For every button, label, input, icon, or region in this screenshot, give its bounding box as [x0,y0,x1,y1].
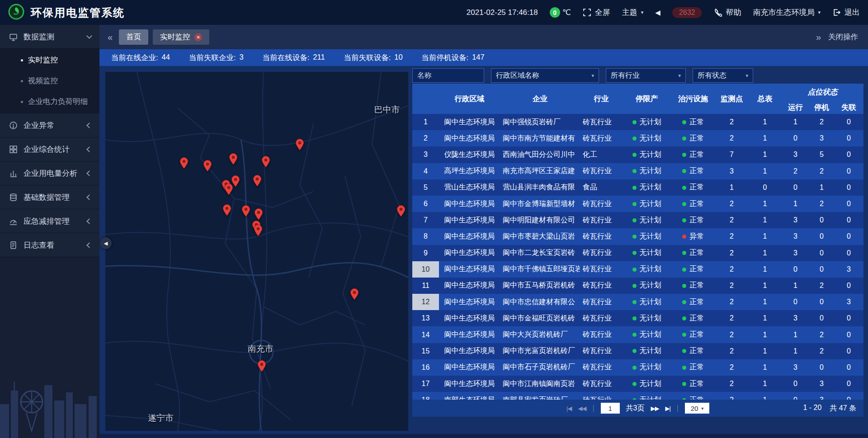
cell-index: 9 [412,245,439,261]
table-row[interactable]: 11阆中生态环境局阆中市五马桥页岩机砖砖瓦行业无计划正常21120 [412,278,863,294]
page-number-input[interactable] [601,403,620,414]
map-pin[interactable] [261,155,270,170]
status-dot [632,153,637,157]
cell-facility-status: 正常 [671,212,715,228]
col-region: 行政区域 [439,84,500,114]
table-row[interactable]: 18南部生态环境局南部县宏发页岩砖厂砖瓦行业无计划正常21030 [412,392,863,400]
industry-filter-select[interactable]: 所有行业 ▾ [606,68,686,83]
total-pages-label: 共3页 [626,404,645,413]
theme-dropdown[interactable]: 主题 ▾ [622,7,644,18]
map-pin[interactable] [229,153,238,167]
cell-company: 阆中市南方节能建材有 [500,130,580,146]
map-pin[interactable] [241,205,250,219]
cell-index: 12 [412,294,439,310]
cell-limit-status: 无计划 [623,146,671,163]
sidebar-item-enterprise-stats[interactable]: 企业综合统计 [0,137,99,161]
map-pin[interactable] [253,174,262,188]
sidebar-item-enterprise-abnormal[interactable]: 企业异常 [0,113,99,137]
chevron-down-icon: ▾ [641,9,644,15]
map-pin[interactable] [396,205,406,219]
map-pin[interactable] [222,204,231,218]
last-page-button[interactable]: ▶| [665,405,670,412]
status-dot [682,382,686,386]
cell-company: 阆中市石子页岩机砖厂 [500,359,580,376]
stat-value: 3 [240,53,244,63]
cell-industry: 砖瓦行业 [580,294,623,310]
map-pin[interactable] [257,360,266,374]
sidebar-item-realtime-monitor[interactable]: 实时监控 [0,50,99,71]
monitor-icon [9,33,18,41]
sidebar-item-emergency-reduction[interactable]: 应急减排管理 [0,209,99,233]
sidebar-item-base-data[interactable]: 基础数据管理 [0,185,99,209]
log-icon [9,241,18,250]
logout-button[interactable]: 退出 [832,7,860,18]
page-size-select[interactable]: 20 ▾ [685,403,709,414]
total-count-label: 共 47 条 [830,404,856,413]
table-row[interactable]: 12阆中生态环境局阆中市忠信建材有限公砖瓦行业无计划正常21003 [412,294,863,310]
sidebar-item-log-view[interactable]: 日志查看 [0,233,99,257]
help-button[interactable]: 帮助 [713,7,741,18]
next-page-button[interactable]: ▶▶ [651,405,659,412]
cell-points: 2 [715,228,748,245]
map-pin[interactable] [350,288,359,302]
fullscreen-button[interactable]: 全屏 [583,7,610,18]
table-row[interactable]: 5营山生态环境局营山县润丰肉食品有限食品无计划正常10010 [412,179,863,196]
reduce-icon [9,217,18,226]
map-pin[interactable] [224,183,233,197]
cell-run: 1 [782,278,809,294]
notice-count-badge[interactable]: 2632 [672,7,702,18]
sidebar-item-data-monitoring[interactable]: 数据监测 [0,25,99,49]
cell-limit-status: 无计划 [623,228,671,245]
tab-realtime-monitor[interactable]: 实时监控✕ [153,29,209,45]
status-filter-select[interactable]: 所有状态 ▾ [693,68,753,83]
cell-index: 5 [412,179,439,196]
table-row[interactable]: 1阆中生态环境局阆中强锐页岩砖厂砖瓦行业无计划正常21120 [412,114,863,130]
sidebar-item-power-analysis[interactable]: 企业用电量分析 [0,161,99,185]
sidebar-item-power-load-detail[interactable]: 企业电力负荷明细 [0,91,99,112]
name-filter-input[interactable] [412,68,484,83]
first-page-button[interactable]: |◀ [566,405,571,412]
table-row[interactable]: 14阆中生态环境局阆中大兴页岩机砖厂砖瓦行业无计划正常21120 [412,326,863,343]
prev-page-button[interactable]: ◀◀ [578,405,586,412]
org-dropdown[interactable]: 南充市生态环境局 ▾ [753,7,821,18]
sidebar-item-video-monitor[interactable]: 视频监控 [0,71,99,91]
table-row[interactable]: 8阆中生态环境局阆中市枣碧大梁山页岩砖瓦行业无计划异常21300 [412,228,863,245]
close-operations-button[interactable]: 关闭操作 [828,32,858,42]
announcement-icon[interactable]: ◀ [655,9,660,17]
tabs-scroll-left-icon[interactable]: « [108,32,113,42]
map-collapse-button[interactable]: ◀ [100,237,112,249]
status-dot [632,186,637,190]
cell-facility-status: 正常 [671,326,715,343]
cell-industry: 砖瓦行业 [580,228,623,245]
status-dot [632,251,637,255]
tab-home[interactable]: 首页 [119,29,148,45]
table-row[interactable]: 15阆中生态环境局阆中市光富页岩机砖厂砖瓦行业无计划正常21120 [412,343,863,359]
cell-meters: 1 [748,278,782,294]
table-row[interactable]: 7阆中生态环境局阆中明阳建材有限公司砖瓦行业无计划正常21300 [412,212,863,228]
status-dot [632,349,637,353]
table-row[interactable]: 10阆中生态环境局阆中市千佛镇五郎垭页岩砖瓦行业无计划正常21003 [412,261,863,278]
table-row[interactable]: 6阆中生态环境局阆中市金博瑞新型墙材砖瓦行业无计划正常21120 [412,196,863,212]
map-pin[interactable] [203,160,212,174]
map-panel[interactable]: 巴中市南充市遂宁市 [105,72,408,431]
sidebar-item-label: 企业用电量分析 [24,168,77,179]
city-label: 遂宁市 [148,412,174,424]
table-row[interactable]: 3仪陇生态环境局西南油气田分公司川中化工无计划正常71350 [412,146,863,163]
map-pin[interactable] [295,138,304,152]
table-row[interactable]: 17阆中生态环境局阆中市江南镇阆南页岩砖瓦行业无计划正常21030 [412,376,863,392]
cell-company: 阆中市光富页岩机砖厂 [500,343,580,359]
map-pin[interactable] [254,224,263,238]
close-icon[interactable]: ✕ [194,33,202,41]
col-company: 企业 [500,84,580,114]
region-filter-select[interactable]: 行政区域名称 ▾ [491,68,599,83]
cell-lost: 0 [834,245,863,261]
table-row[interactable]: 2阆中生态环境局阆中市南方节能建材有砖瓦行业无计划正常21030 [412,130,863,146]
cell-company: 阆中市金博瑞新型墙材 [500,196,580,212]
table-row[interactable]: 16阆中生态环境局阆中市石子页岩机砖厂砖瓦行业无计划正常21300 [412,359,863,376]
map-pin[interactable] [179,157,189,171]
table-row[interactable]: 4高坪生态环境局南充市高坪区王家店建砖瓦行业无计划正常31220 [412,163,863,179]
tabs-scroll-right-icon[interactable]: » [816,32,821,42]
table-row[interactable]: 13阆中生态环境局阆中市金福旺页岩机砖砖瓦行业无计划正常21300 [412,310,863,326]
cell-run: 0 [782,294,809,310]
table-row[interactable]: 9阆中生态环境局阆中市二龙长宝页岩砖砖瓦行业无计划正常21300 [412,245,863,261]
